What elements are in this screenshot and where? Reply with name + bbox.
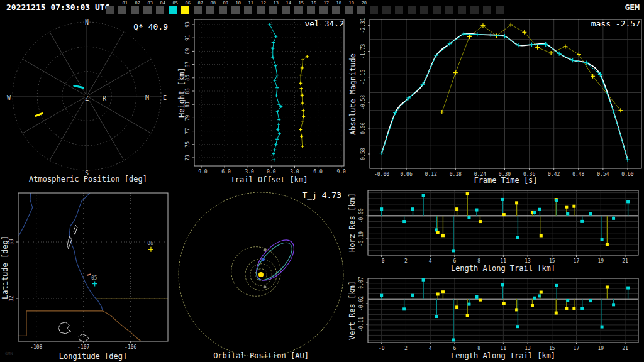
svg-text:-0.00: -0.00 bbox=[358, 208, 364, 223]
svg-text:-0.58: -0.58 bbox=[360, 95, 366, 110]
panel-ground-map: 0506-108-107-1063332 Longitude [deg] Lat… bbox=[0, 185, 176, 362]
frame-tab-number: 04 bbox=[160, 1, 165, 6]
frame-tab-20[interactable]: 20 bbox=[357, 6, 365, 14]
svg-text:4: 4 bbox=[429, 346, 432, 351]
map-ylabel: Latitude [deg] bbox=[1, 193, 9, 341]
svg-text:6.0: 6.0 bbox=[313, 169, 323, 175]
frame-tab-number: 02 bbox=[135, 1, 140, 6]
vert-ylabel: Vert Res [km] bbox=[348, 278, 357, 343]
frame-tab-number: 09 bbox=[223, 1, 228, 6]
panel-atmospheric-position: NSWEZRM Q* 40.9 Atmospheric Position [de… bbox=[0, 16, 176, 185]
frame-tab-08[interactable]: 08 bbox=[206, 6, 214, 14]
svg-text:-108: -108 bbox=[30, 344, 42, 350]
frame-tab-number: 10 bbox=[236, 1, 241, 6]
svg-text:W: W bbox=[7, 94, 11, 101]
frame-tab-number: 18 bbox=[336, 1, 341, 6]
trail-xlabel: Trail Offset [km] bbox=[194, 175, 344, 184]
svg-text:8: 8 bbox=[477, 346, 480, 351]
svg-text:0.00: 0.00 bbox=[360, 122, 366, 134]
frame-tab-15[interactable]: 15 bbox=[294, 6, 303, 14]
frame-tab-number: 19 bbox=[349, 1, 354, 6]
frame-tab-number: 05 bbox=[173, 1, 178, 6]
vert-xlabel: Length Along Trail [km] bbox=[368, 351, 638, 360]
frame-tab-02[interactable]: 02 bbox=[131, 6, 139, 14]
frame-tab-number: 17 bbox=[324, 1, 329, 6]
frame-tab-07[interactable]: 07 bbox=[194, 6, 202, 14]
magnitude-title: mass -2.57 bbox=[591, 19, 640, 28]
atmospheric-polar-plot: NSWEZRM bbox=[0, 16, 176, 185]
frame-tab-19[interactable]: 19 bbox=[345, 6, 353, 14]
svg-text:Z: Z bbox=[85, 95, 89, 102]
svg-text:-1.15: -1.15 bbox=[360, 69, 366, 84]
svg-text:-6.0: -6.0 bbox=[218, 169, 230, 175]
svg-text:0.58: 0.58 bbox=[360, 148, 366, 160]
svg-text:15: 15 bbox=[549, 346, 555, 351]
svg-text:-9.0: -9.0 bbox=[195, 169, 207, 175]
frame-tab-number: 03 bbox=[148, 1, 153, 6]
frame-tab-05[interactable]: 05 bbox=[169, 6, 177, 14]
svg-text:-2.31: -2.31 bbox=[360, 18, 366, 33]
svg-text:-107: -107 bbox=[77, 344, 89, 350]
vert-residuals-plot: -024681113151719210.07-0.02-0.11 bbox=[346, 273, 644, 362]
frame-tab-17[interactable]: 17 bbox=[319, 6, 328, 14]
frame-tab-14[interactable]: 14 bbox=[282, 6, 290, 14]
svg-text:0.0: 0.0 bbox=[267, 169, 276, 175]
panel-magnitude: -0.000.060.120.180.240.300.360.420.480.5… bbox=[346, 16, 644, 185]
svg-text:-0: -0 bbox=[379, 258, 385, 264]
frame-tab-blank bbox=[470, 6, 479, 14]
frame-tab-blank bbox=[496, 6, 504, 14]
svg-text:4: 4 bbox=[429, 258, 432, 264]
svg-text:9.0: 9.0 bbox=[336, 169, 346, 175]
frame-tab-06[interactable]: 06 bbox=[181, 6, 189, 14]
frame-tab-16[interactable]: 16 bbox=[307, 6, 315, 14]
svg-text:-0.11: -0.11 bbox=[358, 317, 364, 332]
frame-tab-number: 08 bbox=[211, 1, 216, 6]
svg-text:M: M bbox=[145, 94, 149, 101]
frame-tab-number: 20 bbox=[362, 1, 367, 6]
svg-text:13: 13 bbox=[525, 346, 531, 351]
frame-tab-blank bbox=[458, 6, 466, 14]
frame-tab-blank bbox=[483, 6, 491, 14]
orbit-xlabel: Orbital Position [AU] bbox=[176, 351, 346, 360]
svg-text:-0.19: -0.19 bbox=[358, 231, 364, 246]
horz-xlabel: Length Along Trail [km] bbox=[368, 264, 638, 273]
frame-tab-13[interactable]: 13 bbox=[269, 6, 277, 14]
frame-tab-number: 14 bbox=[286, 1, 291, 6]
frame-tab-number: 11 bbox=[248, 1, 253, 6]
svg-text:2: 2 bbox=[404, 258, 408, 264]
frame-tab-number: 07 bbox=[198, 1, 203, 6]
svg-text:19: 19 bbox=[597, 346, 604, 351]
frame-tab-blank bbox=[445, 6, 453, 14]
atmospheric-xlabel: Atmospheric Position [deg] bbox=[0, 175, 176, 184]
frame-tab-03[interactable]: 03 bbox=[143, 6, 152, 14]
svg-text:0.07: 0.07 bbox=[358, 277, 364, 288]
frame-tab-04[interactable]: 04 bbox=[156, 6, 164, 14]
svg-text:05: 05 bbox=[91, 275, 97, 281]
horz-residuals-plot: -02468111315171921-0.00-0.19 bbox=[346, 185, 644, 273]
svg-text:21: 21 bbox=[622, 258, 628, 264]
frame-tab-01[interactable]: 01 bbox=[118, 6, 126, 14]
frame-tab-12[interactable]: 12 bbox=[257, 6, 265, 14]
timestamp: 20221215 07:30:03 UTC bbox=[6, 3, 109, 12]
frame-tab-blank bbox=[370, 6, 378, 14]
topbar: 20221215 07:30:03 UTC 010203040506070809… bbox=[0, 0, 644, 15]
frame-tab-blank bbox=[433, 6, 441, 14]
station-label: GEM bbox=[625, 3, 640, 12]
panel-trail-offset: -9.0-6.0-3.00.03.06.09.07375777981838587… bbox=[176, 16, 346, 185]
frame-tab-09[interactable]: 09 bbox=[219, 6, 227, 14]
svg-text:33: 33 bbox=[9, 239, 14, 245]
magnitude-ylabel: Absolute Magnitude bbox=[348, 19, 357, 168]
trail-ylabel: Height [km] bbox=[177, 19, 186, 166]
svg-text:32: 32 bbox=[9, 295, 14, 302]
svg-text:13: 13 bbox=[525, 258, 531, 264]
frame-tab-18[interactable]: 18 bbox=[332, 6, 340, 14]
svg-text:6: 6 bbox=[453, 258, 456, 264]
frame-tab-number: 13 bbox=[274, 1, 279, 6]
ground-map-plot: 0506-108-107-1063332 bbox=[0, 185, 176, 362]
magnitude-xlabel: Frame Time [s] bbox=[370, 176, 641, 185]
svg-text:-1.73: -1.73 bbox=[360, 43, 366, 58]
frame-tab-11[interactable]: 11 bbox=[244, 6, 252, 14]
svg-text:8: 8 bbox=[477, 258, 480, 264]
svg-text:17: 17 bbox=[574, 346, 580, 351]
frame-tab-10[interactable]: 10 bbox=[231, 6, 240, 14]
